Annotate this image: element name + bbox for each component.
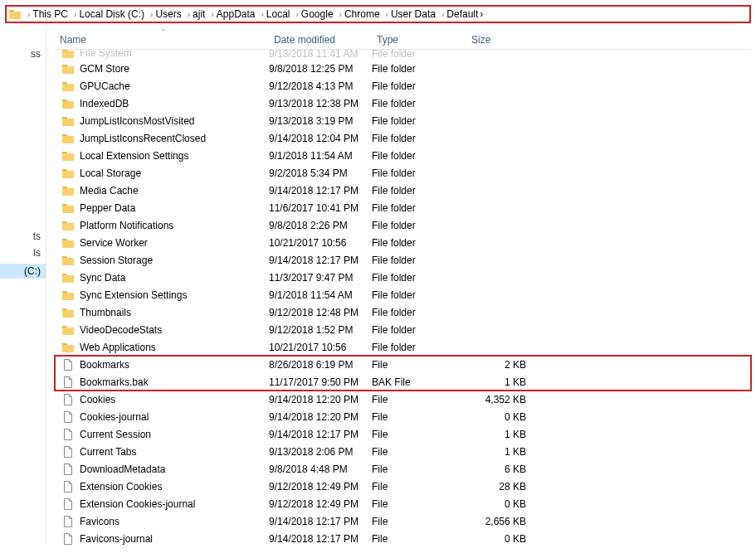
file-type: File folder: [372, 237, 466, 249]
file-date: 11/6/2017 10:41 PM: [269, 202, 372, 214]
breadcrumb-label: User Data: [391, 8, 436, 20]
list-item[interactable]: JumpListIconsRecentClosed9/14/2018 12:04…: [55, 129, 751, 147]
file-date: 9/14/2018 12:20 PM: [269, 411, 372, 423]
breadcrumb-segment[interactable]: ›AppData: [207, 8, 256, 20]
file-size: 1 KB: [466, 376, 541, 388]
list-item[interactable]: Extension Cookies9/12/2018 12:49 PMFile2…: [55, 478, 751, 495]
breadcrumb-segment[interactable]: ›Chrome: [335, 8, 382, 20]
breadcrumb-segment[interactable]: ›This PC: [23, 8, 70, 20]
list-item[interactable]: Platform Notifications9/8/2018 2:26 PMFi…: [55, 216, 751, 234]
chevron-right-icon: ›: [261, 10, 263, 19]
list-item[interactable]: Favicons-journal9/14/2018 12:17 PMFile0 …: [55, 530, 751, 547]
breadcrumb-label: Local: [266, 8, 290, 20]
list-item[interactable]: Sync Extension Settings9/1/2018 11:54 AM…: [55, 286, 751, 303]
file-list[interactable]: File System 9/13/2018 11:41 AM File fold…: [55, 50, 751, 551]
list-item[interactable]: Web Applications10/21/2017 10:56File fol…: [55, 338, 751, 356]
list-item[interactable]: Thumbnails9/12/2018 12:48 PMFile folder: [55, 303, 751, 321]
file-type: File: [372, 359, 466, 371]
folder-icon: [61, 219, 75, 232]
file-date: 9/13/2018 3:19 PM: [269, 115, 372, 127]
file-name: VideoDecodeStats: [80, 324, 162, 336]
header-name[interactable]: Name ˄: [55, 31, 269, 49]
list-item[interactable]: Local Extension Settings9/1/2018 11:54 A…: [55, 147, 751, 164]
breadcrumb-segment[interactable]: ›Local: [256, 8, 291, 20]
list-item[interactable]: Media Cache9/14/2018 12:17 PMFile folder: [55, 182, 751, 199]
list-item[interactable]: DownloadMetadata9/8/2018 4:48 PMFile6 KB: [55, 460, 751, 478]
list-item[interactable]: Current Session9/14/2018 12:17 PMFile1 K…: [55, 425, 751, 443]
nav-item-partial[interactable]: ls: [33, 247, 41, 259]
file-name: File System: [80, 50, 132, 59]
folder-icon: [61, 114, 75, 128]
file-name: GCM Store: [80, 63, 129, 75]
list-item[interactable]: Current Tabs9/13/2018 2:06 PMFile1 KB: [55, 443, 751, 460]
list-item[interactable]: Bookmarks.bak11/17/2017 9:50 PMBAK File1…: [55, 373, 751, 391]
breadcrumb-segment[interactable]: ›Local Disk (C:): [70, 8, 146, 20]
file-icon: [61, 358, 75, 371]
header-size[interactable]: Size: [466, 31, 541, 49]
breadcrumb-segment[interactable]: ›ajit: [183, 8, 207, 20]
breadcrumb-segment[interactable]: ›Default: [437, 8, 480, 20]
file-date: 9/14/2018 12:17 PM: [269, 516, 372, 527]
file-date: 10/21/2017 10:56: [269, 237, 372, 249]
file-type: File folder: [372, 98, 466, 109]
file-type: File: [372, 394, 466, 405]
list-item[interactable]: Cookies-journal9/14/2018 12:20 PMFile0 K…: [55, 408, 751, 425]
column-headers: Name ˄ Date modified Type Size: [55, 30, 751, 50]
nav-item-partial[interactable]: ss: [31, 48, 41, 60]
file-name: Local Storage: [80, 167, 141, 179]
file-name: Cookies-journal: [80, 411, 149, 423]
list-item[interactable]: Pepper Data11/6/2017 10:41 PMFile folder: [55, 199, 751, 216]
list-item-cutoff[interactable]: File System 9/13/2018 11:41 AM File fold…: [55, 50, 751, 60]
list-item[interactable]: Session Storage9/14/2018 12:17 PMFile fo…: [55, 251, 751, 269]
breadcrumb-segment[interactable]: ›Google: [292, 8, 335, 20]
file-icon: [61, 532, 75, 546]
file-name: JumpListIconsMostVisited: [80, 115, 195, 127]
file-date: 9/14/2018 12:17 PM: [269, 533, 372, 545]
folder-icon: [61, 62, 75, 75]
list-item[interactable]: JumpListIconsMostVisited9/13/2018 3:19 P…: [55, 112, 751, 129]
breadcrumb-label: Local Disk (C:): [79, 8, 144, 20]
list-item[interactable]: VideoDecodeStats9/12/2018 1:52 PMFile fo…: [55, 321, 751, 338]
file-size: 28 KB: [466, 481, 541, 492]
list-item[interactable]: Cookies9/14/2018 12:20 PMFile4,352 KB: [55, 391, 751, 408]
file-date: 9/1/2018 11:54 AM: [269, 289, 372, 301]
nav-item-current-drive[interactable]: (C:): [0, 264, 46, 279]
address-bar[interactable]: ›This PC›Local Disk (C:)›Users›ajit›AppD…: [5, 5, 751, 23]
file-icon: [61, 410, 75, 424]
file-size: 1 KB: [466, 429, 541, 440]
list-item[interactable]: GPUCache9/12/2018 4:13 PMFile folder: [55, 77, 751, 95]
list-item[interactable]: Local Storage9/2/2018 5:34 PMFile folder: [55, 164, 751, 182]
list-item[interactable]: Extension Cookies-journal9/12/2018 12:49…: [55, 495, 751, 512]
header-date[interactable]: Date modified: [269, 31, 372, 49]
list-item[interactable]: Service Worker10/21/2017 10:56File folde…: [55, 234, 751, 251]
list-item[interactable]: IndexedDB9/13/2018 12:38 PMFile folder: [55, 95, 751, 112]
file-name: Local Extension Settings: [80, 150, 188, 162]
breadcrumb-label: This PC: [32, 8, 68, 20]
nav-item-partial[interactable]: ts: [33, 230, 41, 242]
list-item[interactable]: Favicons9/14/2018 12:17 PMFile2,656 KB: [55, 512, 751, 530]
file-size: 4,352 KB: [466, 394, 541, 405]
file-icon: [61, 376, 75, 389]
nav-tree[interactable]: ss ts ls (C:): [0, 30, 46, 544]
file-date: 9/14/2018 12:17 PM: [269, 255, 372, 266]
breadcrumb-segment[interactable]: ›Users: [146, 8, 183, 20]
file-icon: [61, 480, 75, 493]
file-name: Cookies: [80, 394, 115, 405]
file-type: File folder: [372, 272, 466, 284]
folder-icon: [61, 50, 75, 60]
chevron-right-icon: ›: [188, 10, 190, 19]
header-type[interactable]: Type: [372, 31, 466, 49]
folder-icon: [61, 80, 75, 93]
file-type: File folder: [372, 324, 466, 336]
file-type: File: [372, 498, 466, 510]
list-item[interactable]: Bookmarks8/26/2018 6:19 PMFile2 KB: [55, 356, 751, 373]
breadcrumb-segment[interactable]: ›User Data: [382, 8, 437, 20]
list-item[interactable]: Sync Data11/3/2017 9:47 PMFile folder: [55, 269, 751, 286]
file-date: 9/12/2018 12:49 PM: [269, 498, 372, 510]
file-type: File: [372, 481, 466, 492]
list-item[interactable]: GCM Store9/8/2018 12:25 PMFile folder: [55, 60, 751, 77]
folder-icon: [61, 184, 75, 197]
file-type: File: [372, 429, 466, 440]
file-icon: [61, 463, 75, 476]
file-date: 9/8/2018 4:48 PM: [269, 463, 372, 475]
